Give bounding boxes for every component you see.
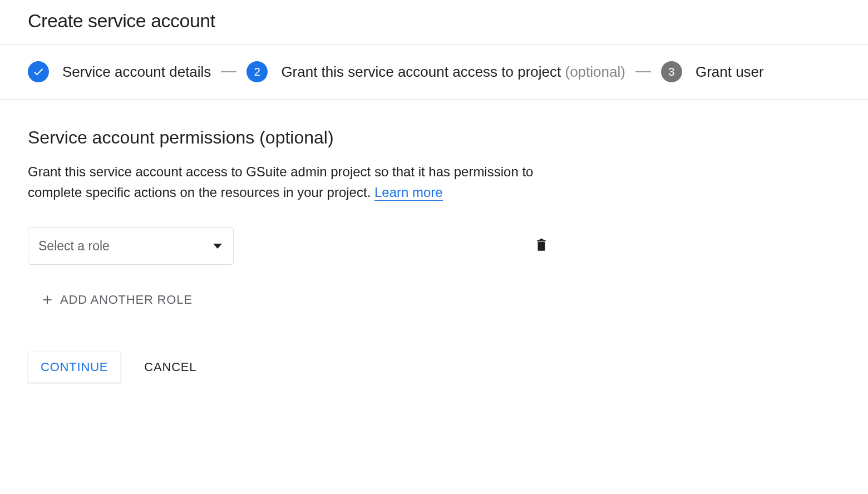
section-description: Grant this service account access to GSu… <box>28 161 573 202</box>
role-select-dropdown[interactable]: Select a role <box>28 227 234 265</box>
step-2[interactable]: 2 Grant this service account access to p… <box>246 61 625 82</box>
content: Service account permissions (optional) G… <box>0 100 868 405</box>
check-icon <box>28 61 49 82</box>
add-another-role-button[interactable]: ADD ANOTHER ROLE <box>31 287 201 313</box>
page-title: Create service account <box>28 10 840 32</box>
step-3-label: Grant user <box>696 63 764 81</box>
role-select-placeholder: Select a role <box>38 239 110 254</box>
cancel-button[interactable]: CANCEL <box>144 360 196 374</box>
section-description-text: Grant this service account access to GSu… <box>28 164 533 200</box>
step-2-label-text: Grant this service account access to pro… <box>281 63 561 80</box>
section-title: Service account permissions (optional) <box>28 127 840 148</box>
delete-role-button[interactable] <box>534 236 549 255</box>
step-1[interactable]: Service account details <box>28 61 211 82</box>
step-2-number-icon: 2 <box>246 61 268 82</box>
step-3[interactable]: 3 Grant user <box>661 61 764 82</box>
trash-icon <box>534 236 549 253</box>
plus-icon <box>40 293 55 307</box>
step-divider <box>635 71 651 72</box>
continue-button[interactable]: CONTINUE <box>28 352 121 383</box>
step-2-optional: (optional) <box>565 63 625 80</box>
stepper: Service account details 2 Grant this ser… <box>0 45 868 100</box>
learn-more-link[interactable]: Learn more <box>374 185 443 201</box>
step-2-label: Grant this service account access to pro… <box>281 63 625 81</box>
step-1-label: Service account details <box>62 63 211 81</box>
step-3-number-icon: 3 <box>661 61 682 82</box>
add-role-label: ADD ANOTHER ROLE <box>60 293 193 307</box>
page-header: Create service account <box>0 0 868 45</box>
role-row: Select a role <box>28 227 840 265</box>
action-buttons: CONTINUE CANCEL <box>28 352 840 383</box>
step-divider <box>221 71 236 72</box>
chevron-down-icon <box>213 244 222 249</box>
